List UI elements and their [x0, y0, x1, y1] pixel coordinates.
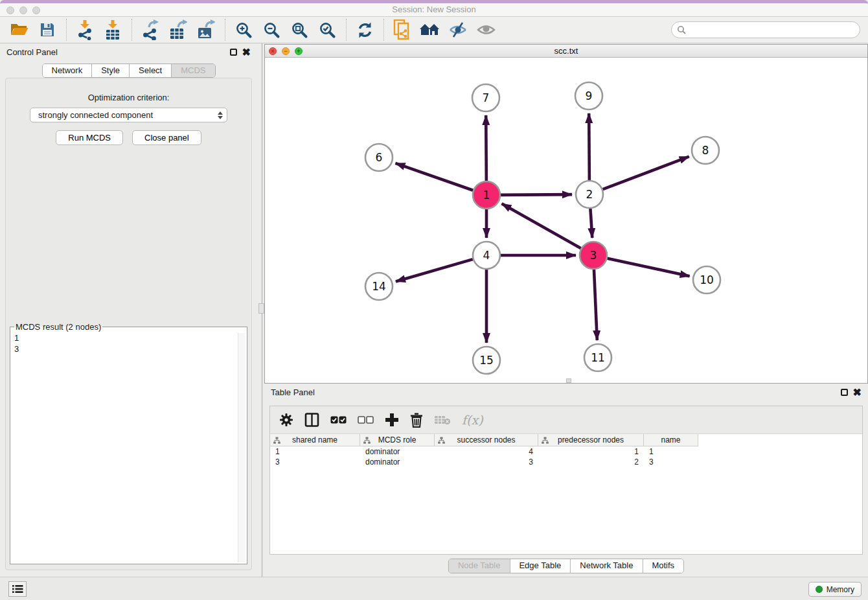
settings-icon[interactable] — [279, 413, 293, 427]
column-header-successor-nodes[interactable]: successor nodes — [435, 434, 538, 446]
graph-node-label: 2 — [586, 188, 593, 201]
table-header-row: shared nameMCDS rolesuccessor nodesprede… — [270, 434, 862, 446]
graph-node-label: 15 — [479, 354, 494, 367]
table-row[interactable]: 1dominator411 — [270, 446, 862, 457]
import-network-icon[interactable] — [73, 18, 97, 41]
clone-network-icon[interactable] — [391, 18, 414, 41]
dropdown-stepper-icon — [214, 109, 226, 121]
table-cell[interactable]: 3 — [435, 457, 538, 467]
graph-edge-2-9[interactable] — [589, 113, 589, 180]
export-table-icon[interactable] — [166, 18, 190, 41]
graph-edge-1-6[interactable] — [395, 163, 473, 190]
table-cell[interactable]: 3 — [270, 457, 360, 467]
graph-node-label: 10 — [700, 273, 714, 286]
graph-node-label: 14 — [372, 280, 386, 293]
table-cell[interactable]: 4 — [435, 446, 538, 457]
task-history-button[interactable] — [8, 581, 27, 597]
network-window-titlebar[interactable]: × − + scc.txt — [265, 45, 867, 58]
close-panel-icon[interactable]: ✖ — [242, 49, 251, 56]
splitter-handle[interactable] — [258, 303, 264, 314]
search-input[interactable] — [690, 25, 860, 35]
mcds-result-box: MCDS result (2 nodes) 1 3 — [10, 322, 247, 564]
graph-edge-4-14[interactable] — [396, 259, 473, 281]
control-panel-title: Control Panel — [6, 47, 230, 57]
tab-network[interactable]: Network — [42, 64, 91, 77]
column-header-name[interactable]: name — [644, 434, 698, 446]
table-cell[interactable]: dominator — [360, 457, 435, 467]
criterion-dropdown[interactable]: strongly connected component — [30, 108, 227, 122]
table-cell[interactable]: 3 — [644, 457, 698, 467]
graph-node-label: 6 — [376, 151, 383, 164]
graph-node-label: 11 — [591, 351, 605, 364]
refresh-icon[interactable] — [353, 18, 376, 41]
toolbar-separator — [131, 19, 132, 41]
split-view-icon[interactable] — [304, 413, 319, 427]
graph-edge-3-10[interactable] — [607, 259, 689, 277]
zoom-in-icon[interactable] — [232, 18, 255, 41]
tab-mcds[interactable]: MCDS — [171, 64, 214, 77]
delete-table-icon[interactable] — [434, 414, 451, 426]
open-session-icon[interactable] — [8, 18, 31, 41]
control-panel-tabs: Network Style Select MCDS — [41, 63, 215, 78]
graph-edge-3-1[interactable] — [502, 203, 581, 248]
tab-motifs[interactable]: Motifs — [642, 559, 683, 573]
graph-node-label: 1 — [483, 189, 490, 202]
network-graph: 7968124314101511 — [265, 58, 867, 384]
network-title: scc.txt — [265, 46, 867, 56]
criterion-value: strongly connected component — [38, 110, 153, 120]
network-canvas[interactable]: 7968124314101511 — [265, 58, 867, 383]
mcds-result-title: MCDS result (2 nodes) — [14, 322, 102, 332]
tab-network-table[interactable]: Network Table — [570, 559, 642, 573]
table-cell[interactable]: 1 — [644, 446, 698, 457]
select-all-icon[interactable] — [330, 415, 347, 424]
column-header-shared-name[interactable]: shared name — [270, 434, 360, 446]
tab-node-table[interactable]: Node Table — [449, 559, 510, 573]
graph-edge-2-3[interactable] — [590, 209, 592, 238]
tab-select[interactable]: Select — [129, 64, 171, 77]
table-row[interactable]: 3dominator323 — [270, 457, 862, 467]
result-scrollbar[interactable] — [238, 333, 246, 562]
table-cell[interactable]: dominator — [360, 446, 435, 457]
graph-edge-1-2[interactable] — [501, 194, 572, 195]
function-builder-icon: f(x) — [462, 413, 483, 427]
save-session-icon[interactable] — [36, 18, 59, 41]
float-panel-icon[interactable] — [230, 49, 237, 56]
delete-column-icon[interactable] — [410, 413, 423, 428]
table-tabs: Node Table Edge Table Network Table Moti… — [448, 559, 684, 573]
table-cell[interactable]: 2 — [538, 457, 644, 467]
table-cell[interactable]: 1 — [270, 446, 360, 457]
deselect-all-icon[interactable] — [358, 415, 374, 424]
control-panel: Control Panel ✖ Network Style Select MCD… — [0, 43, 257, 577]
export-image-icon[interactable] — [194, 18, 218, 41]
search-box[interactable] — [671, 21, 860, 38]
memory-button[interactable]: Memory — [808, 582, 862, 597]
import-table-icon[interactable] — [101, 18, 124, 41]
run-mcds-button[interactable]: Run MCDS — [56, 130, 123, 145]
table-cell[interactable]: 1 — [538, 446, 644, 457]
tab-style[interactable]: Style — [91, 64, 129, 77]
app-titlebar: Session: New Session — [0, 0, 868, 17]
graph-node-label: 8 — [702, 144, 709, 157]
graph-edge-3-11[interactable] — [594, 270, 597, 340]
graph-edge-2-8[interactable] — [603, 157, 689, 190]
close-panel-button[interactable]: Close panel — [132, 130, 201, 145]
export-network-icon[interactable] — [139, 18, 162, 41]
add-column-icon[interactable] — [385, 413, 399, 427]
column-header-predecessor-nodes[interactable]: predecessor nodes — [538, 434, 644, 446]
main-toolbar — [0, 17, 868, 43]
close-table-panel-icon[interactable]: ✖ — [853, 389, 862, 396]
show-panels-icon[interactable] — [474, 18, 497, 41]
table-body: 1dominator4113dominator323 — [270, 446, 862, 467]
float-table-panel-icon[interactable] — [841, 389, 848, 396]
canvas-resize-handle[interactable] — [566, 378, 571, 383]
graph-node-label: 9 — [586, 89, 593, 102]
graph-edge-1-7[interactable] — [486, 115, 486, 181]
column-header-label: name — [661, 435, 680, 444]
zoom-selected-icon[interactable] — [315, 18, 339, 41]
tab-edge-table[interactable]: Edge Table — [509, 559, 570, 573]
zoom-out-icon[interactable] — [260, 18, 283, 41]
first-neighbors-icon[interactable] — [418, 18, 442, 41]
column-header-MCDS-role[interactable]: MCDS role — [360, 434, 435, 446]
hide-panels-icon[interactable] — [446, 18, 470, 41]
zoom-fit-icon[interactable] — [288, 18, 311, 41]
